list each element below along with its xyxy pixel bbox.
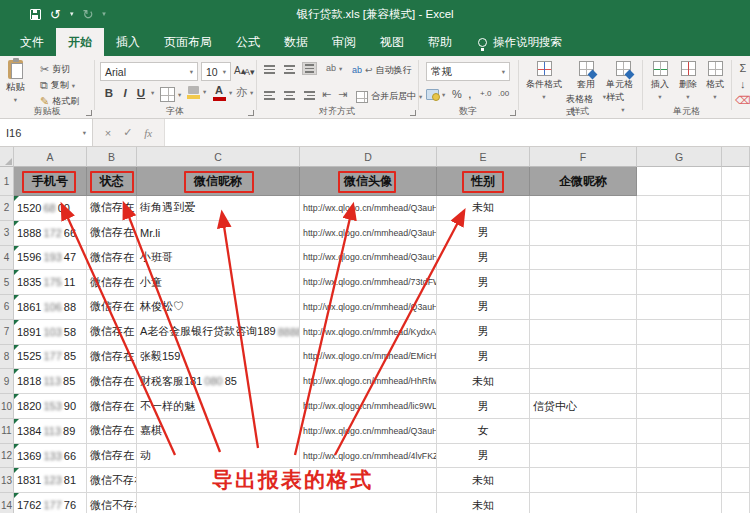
paste-button[interactable]: 粘贴 ▾ [6,60,25,104]
cell-nickname[interactable]: 小班哥 [137,246,300,271]
cell-phone[interactable]: 182015390 [14,394,87,419]
header-cell-gender[interactable]: 性别 [437,167,530,196]
column-header-b[interactable]: B [87,147,137,167]
tell-me-search[interactable]: 操作说明搜索 [478,28,562,56]
cell-nickname[interactable]: 动 [137,444,300,469]
cell-nickname[interactable]: Mr.li [137,221,300,246]
cell-gender[interactable]: 男 [437,221,530,246]
cell-nickname[interactable] [137,468,300,493]
cell-g-empty[interactable] [637,295,722,320]
borders-button[interactable]: ▾ [160,87,181,102]
orientation-button[interactable]: ab▾ [326,64,342,73]
number-dialog-launcher-icon[interactable] [510,110,516,116]
cell-gender[interactable]: 未知 [437,493,530,513]
cell-gender[interactable]: 未知 [437,468,530,493]
row-header[interactable]: 5 [0,270,14,295]
clear-icon[interactable]: ⌫ [735,94,750,107]
cell-gender[interactable]: 男 [437,444,530,469]
font-name-combo[interactable]: Arial▾ [100,62,198,81]
copy-button[interactable]: ⧉复制▾ [40,79,75,92]
tab-file[interactable]: 文件 [8,28,56,56]
cell-phone[interactable]: 152517785 [14,345,87,370]
cell-gender[interactable]: 男 [437,295,530,320]
cell-phone[interactable]: 15206800 [14,196,87,221]
cell-qiwei[interactable] [530,369,637,394]
cell-g-empty[interactable] [637,468,722,493]
alignment-dialog-launcher-icon[interactable] [410,110,416,116]
cell-phone[interactable]: 186110688 [14,295,87,320]
row-header-1[interactable]: 1 [0,167,14,196]
header-cell-empty[interactable] [637,167,722,196]
cell-phone[interactable]: 183517511 [14,270,87,295]
cell-gender[interactable]: 未知 [437,196,530,221]
cell-g-empty[interactable] [637,345,722,370]
insert-cells-button[interactable]: 插入▾ [647,61,673,101]
tab-data[interactable]: 数据 [272,28,320,56]
cell-status[interactable]: 微信存在 [87,270,137,295]
cell-status[interactable]: 微信存在 [87,196,137,221]
cell-phone[interactable]: 189110358 [14,320,87,345]
cell-qiwei[interactable] [530,468,637,493]
cell-phone[interactable]: 159619347 [14,246,87,271]
cell-phone[interactable]: 138411389 [14,419,87,444]
tab-insert[interactable]: 插入 [104,28,152,56]
cell-avatar-url[interactable]: http://wx.qlogo.cn/mmhead/Q3auHgz [300,419,437,444]
tab-help[interactable]: 帮助 [416,28,464,56]
cut-button[interactable]: ✂剪切 [40,63,70,76]
column-header-g[interactable]: G [637,147,722,167]
name-box[interactable]: I16▾ [0,119,93,146]
cell-g-empty[interactable] [637,320,722,345]
shrink-font-button[interactable]: A▾ [244,67,255,77]
format-cells-button[interactable]: 格式▾ [702,61,728,101]
row-header[interactable]: 9 [0,369,14,394]
header-cell-wechat-nickname[interactable]: 微信昵称 [137,167,300,196]
row-header[interactable]: 7 [0,320,14,345]
save-icon[interactable] [30,9,41,20]
cell-nickname[interactable]: 财税客服18108085 [137,369,300,394]
cell-nickname[interactable]: 街角遇到爱 [137,196,300,221]
tab-formulas[interactable]: 公式 [224,28,272,56]
cell-status[interactable]: 微信不存在 [87,493,137,513]
conditional-formatting-button[interactable]: 条件格式▾ [524,61,564,101]
row-header[interactable]: 13 [0,468,14,493]
cell-status[interactable]: 微信存在 [87,295,137,320]
cell-qiwei[interactable] [530,419,637,444]
align-left-icon[interactable] [262,89,277,102]
align-right-icon[interactable] [302,89,317,102]
middle-align-icon[interactable] [282,63,297,76]
cell-nickname[interactable]: 小童 [137,270,300,295]
cell-status[interactable]: 微信存在 [87,394,137,419]
row-header[interactable]: 4 [0,246,14,271]
cell-g-empty[interactable] [637,493,722,513]
cell-avatar-url[interactable]: http://wx.qlogo.cn/mmhead/73tdFWic [300,270,437,295]
cell-g-empty[interactable] [637,369,722,394]
cell-avatar-url[interactable]: http://wx.qlogo.cn/mmhead/Q3auHgz [300,221,437,246]
column-header-d[interactable]: D [300,147,437,167]
comma-style-button[interactable]: , [468,86,472,101]
top-align-icon[interactable] [262,63,277,76]
cell-avatar-url[interactable]: http://wx.qlogo.cn/mmhead/Q3auHgz [300,246,437,271]
cell-gender[interactable]: 女 [437,419,530,444]
cell-g-empty[interactable] [637,270,722,295]
font-dialog-launcher-icon[interactable] [248,110,254,116]
cell-avatar-url[interactable]: http://wx.qlogo.cn/mmhead/Q3auHgz [300,196,437,221]
cell-qiwei[interactable]: 信贷中心 [530,394,637,419]
cell-gender[interactable]: 男 [437,394,530,419]
cell-g-empty[interactable] [637,419,722,444]
tab-page-layout[interactable]: 页面布局 [152,28,224,56]
cell-gender[interactable]: 男 [437,320,530,345]
cell-avatar-url[interactable]: http://wx.qlogo.cn/mmhead/KydxAlB5 [300,320,437,345]
cell-gender[interactable]: 未知 [437,369,530,394]
cell-nickname[interactable] [137,493,300,513]
tab-home[interactable]: 开始 [56,28,104,56]
align-center-icon[interactable] [282,89,297,102]
wrap-text-button[interactable]: ab↩自动换行 [352,64,412,77]
header-cell-status[interactable]: 状态 [87,167,137,196]
header-cell-qiwei-nickname[interactable]: 企微昵称 [530,167,637,196]
cell-g-empty[interactable] [637,394,722,419]
cell-g-empty[interactable] [637,221,722,246]
cell-avatar-url[interactable]: http://wx.qlogo.cn/mmhead/lic9WLW [300,394,437,419]
row-header[interactable]: 12 [0,444,14,469]
row-header[interactable]: 2 [0,196,14,221]
underline-button[interactable]: U▾ [134,87,154,99]
